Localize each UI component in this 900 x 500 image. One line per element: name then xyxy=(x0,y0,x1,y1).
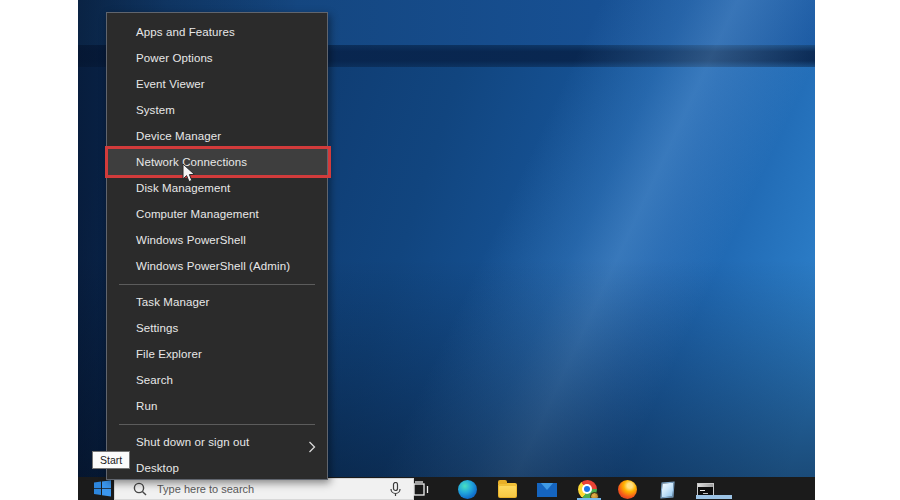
start-button[interactable] xyxy=(90,479,114,498)
task-view-icon xyxy=(409,481,429,498)
microphone-icon[interactable] xyxy=(390,482,401,497)
chrome-icon xyxy=(578,480,597,499)
menu-item-system[interactable]: System xyxy=(107,97,327,123)
taskbar-search-box[interactable] xyxy=(114,478,414,500)
menu-item-windows-powershell-admin[interactable]: Windows PowerShell (Admin) xyxy=(107,253,327,279)
notepad-button[interactable] xyxy=(657,479,677,499)
menu-item-file-explorer[interactable]: File Explorer xyxy=(107,341,327,367)
task-view-button[interactable] xyxy=(409,479,429,499)
menu-item-disk-management[interactable]: Disk Management xyxy=(107,175,327,201)
menu-item-windows-powershell[interactable]: Windows PowerShell xyxy=(107,227,327,253)
windows-logo-icon xyxy=(94,480,111,497)
menu-item-event-viewer[interactable]: Event Viewer xyxy=(107,71,327,97)
menu-item-apps-and-features[interactable]: Apps and Features xyxy=(107,19,327,45)
menu-item-desktop[interactable]: Desktop xyxy=(107,455,327,481)
menu-item-network-connections[interactable]: Network Connections xyxy=(107,149,327,175)
menu-item-task-manager[interactable]: Task Manager xyxy=(107,289,327,315)
winx-menu: Apps and Features Power Options Event Vi… xyxy=(106,12,328,480)
mouse-cursor-icon xyxy=(182,163,197,188)
screen: Start Apps and Features Power Options Ev… xyxy=(0,0,900,500)
menu-item-run[interactable]: Run xyxy=(107,393,327,419)
file-explorer-button[interactable] xyxy=(497,479,517,499)
mail-button[interactable] xyxy=(537,479,557,499)
menu-item-computer-management[interactable]: Computer Management xyxy=(107,201,327,227)
mail-icon xyxy=(537,483,557,497)
menu-separator xyxy=(119,284,315,285)
menu-item-power-options[interactable]: Power Options xyxy=(107,45,327,71)
menu-item-device-manager[interactable]: Device Manager xyxy=(107,123,327,149)
chrome-button[interactable] xyxy=(577,479,597,499)
file-explorer-icon xyxy=(498,483,517,498)
menu-item-settings[interactable]: Settings xyxy=(107,315,327,341)
start-tooltip: Start xyxy=(92,451,130,469)
edge-button[interactable] xyxy=(457,479,477,499)
menu-item-shut-down-or-sign-out[interactable]: Shut down or sign out xyxy=(107,429,327,455)
menu-item-search[interactable]: Search xyxy=(107,367,327,393)
search-input[interactable] xyxy=(157,483,390,495)
firefox-icon xyxy=(618,480,637,499)
notepad-icon xyxy=(660,481,674,498)
firefox-button[interactable] xyxy=(617,479,637,499)
edge-icon xyxy=(458,480,477,499)
search-icon xyxy=(133,482,147,496)
menu-item-label: Shut down or sign out xyxy=(136,436,249,448)
command-prompt-active-indicator xyxy=(696,495,732,499)
menu-separator xyxy=(119,424,315,425)
